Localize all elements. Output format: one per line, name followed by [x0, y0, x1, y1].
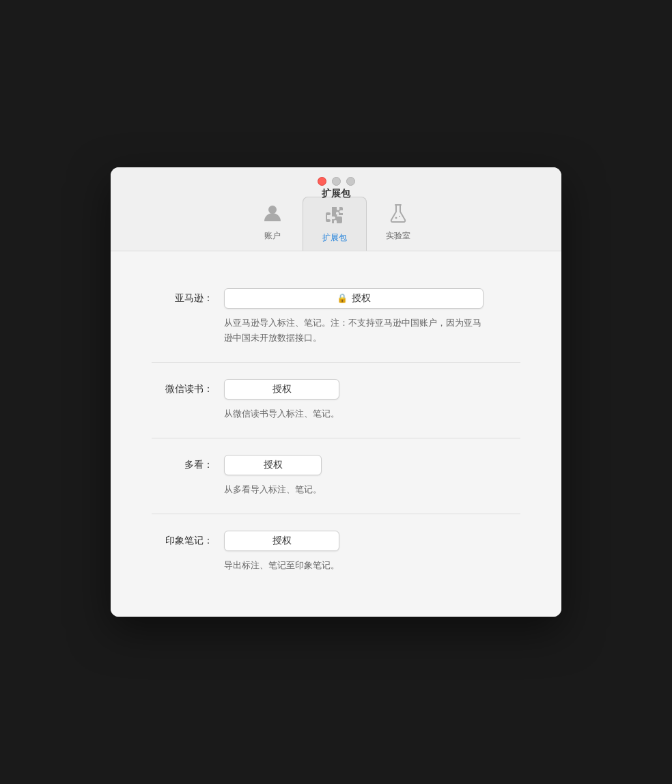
tab-lab-label: 实验室 — [386, 230, 410, 242]
tab-bar: 账户 扩展包 — [242, 197, 430, 251]
evernote-controls: 授权 导出标注、笔记至印象笔记。 — [224, 531, 339, 573]
section-evernote: 印象笔记： 授权 导出标注、笔记至印象笔记。 — [152, 514, 520, 589]
weread-label: 微信读书： — [152, 379, 213, 395]
tab-extensions[interactable]: 扩展包 — [303, 197, 367, 251]
amazon-auth-button[interactable]: 🔒 授权 — [224, 288, 484, 309]
tab-account[interactable]: 账户 — [242, 197, 303, 251]
duokan-auth-label: 授权 — [264, 459, 283, 471]
section-duokan: 多看： 授权 从多看导入标注、笔记。 — [152, 438, 520, 514]
window-title: 扩展包 — [322, 188, 350, 200]
evernote-label: 印象笔记： — [152, 531, 213, 547]
duokan-controls: 授权 从多看导入标注、笔记。 — [224, 455, 322, 497]
svg-point-2 — [399, 216, 400, 217]
amazon-auth-label: 授权 — [352, 292, 371, 305]
duokan-auth-button[interactable]: 授权 — [224, 455, 322, 475]
amazon-controls: 🔒 授权 从亚马逊导入标注、笔记。注：不支持亚马逊中国账户，因为亚马逊中国未开放… — [224, 288, 484, 346]
section-weread: 微信读书： 授权 从微信读书导入标注、笔记。 — [152, 363, 520, 438]
tab-account-label: 账户 — [264, 230, 281, 242]
close-button[interactable] — [318, 177, 326, 186]
traffic-lights — [318, 177, 355, 186]
tab-extensions-label: 扩展包 — [322, 232, 347, 244]
duokan-desc: 从多看导入标注、笔记。 — [224, 482, 322, 497]
app-window: 扩展包 账户 — [111, 167, 561, 617]
evernote-auth-label: 授权 — [272, 535, 292, 547]
lock-icon: 🔒 — [337, 293, 348, 303]
svg-point-0 — [268, 206, 277, 214]
amazon-desc: 从亚马逊导入标注、笔记。注：不支持亚马逊中国账户，因为亚马逊中国未开放数据接口。 — [224, 316, 484, 346]
minimize-button[interactable] — [332, 177, 341, 186]
section-amazon: 亚马逊： 🔒 授权 从亚马逊导入标注、笔记。注：不支持亚马逊中国账户，因为亚马逊… — [152, 272, 520, 363]
weread-controls: 授权 从微信读书导入标注、笔记。 — [224, 379, 339, 421]
evernote-auth-button[interactable]: 授权 — [224, 531, 339, 551]
svg-point-1 — [395, 216, 397, 219]
duokan-label: 多看： — [152, 455, 213, 471]
puzzle-icon — [323, 203, 346, 229]
person-icon — [262, 202, 283, 227]
titlebar: 扩展包 账户 — [111, 167, 561, 251]
main-content: 亚马逊： 🔒 授权 从亚马逊导入标注、笔记。注：不支持亚马逊中国账户，因为亚马逊… — [111, 251, 561, 617]
evernote-desc: 导出标注、笔记至印象笔记。 — [224, 558, 339, 573]
weread-desc: 从微信读书导入标注、笔记。 — [224, 406, 339, 421]
weread-auth-button[interactable]: 授权 — [224, 379, 339, 400]
weread-auth-label: 授权 — [272, 383, 292, 395]
maximize-button[interactable] — [346, 177, 355, 186]
flask-icon — [387, 202, 409, 227]
amazon-label: 亚马逊： — [152, 288, 213, 305]
tab-lab[interactable]: 实验室 — [367, 197, 430, 251]
